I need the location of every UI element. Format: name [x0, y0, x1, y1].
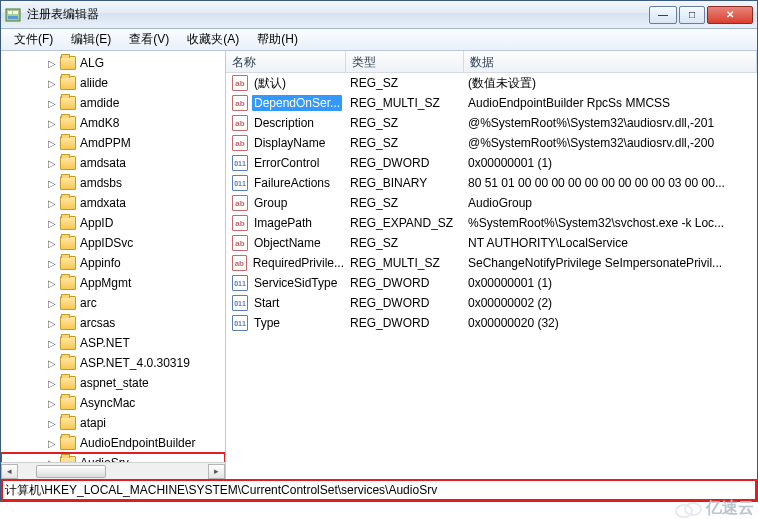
tree-item[interactable]: ▷atapi [1, 413, 225, 433]
tree-item[interactable]: ▷aspnet_state [1, 373, 225, 393]
value-name-cell[interactable]: 011ErrorControl [226, 155, 346, 171]
menu-favorites[interactable]: 收藏夹(A) [178, 29, 248, 50]
value-row[interactable]: abObjectNameREG_SZNT AUTHORITY\LocalServ… [226, 233, 757, 253]
menu-view[interactable]: 查看(V) [120, 29, 178, 50]
expand-icon[interactable]: ▷ [46, 78, 58, 89]
value-name-cell[interactable]: abImagePath [226, 215, 346, 231]
column-name-header[interactable]: 名称 [226, 51, 346, 72]
expand-icon[interactable]: ▷ [46, 238, 58, 249]
value-row[interactable]: 011TypeREG_DWORD0x00000020 (32) [226, 313, 757, 333]
value-row[interactable]: abDescriptionREG_SZ@%SystemRoot%\System3… [226, 113, 757, 133]
tree-item[interactable]: ▷Appinfo [1, 253, 225, 273]
tree-item[interactable]: ▷amdsbs [1, 173, 225, 193]
value-name-cell[interactable]: ab(默认) [226, 74, 346, 93]
value-name-cell[interactable]: abRequiredPrivile... [226, 255, 346, 271]
expand-icon[interactable]: ▷ [46, 198, 58, 209]
expand-icon[interactable]: ▷ [46, 338, 58, 349]
minimize-button[interactable]: — [649, 6, 677, 24]
value-row[interactable]: abRequiredPrivile...REG_MULTI_SZSeChange… [226, 253, 757, 273]
tree-item[interactable]: ▷amdsata [1, 153, 225, 173]
tree-horizontal-scrollbar[interactable]: ◂ ▸ [1, 462, 225, 479]
tree-item-label[interactable]: AsyncMac [80, 396, 135, 410]
tree-item[interactable]: ▷ASP.NET [1, 333, 225, 353]
tree-item-label[interactable]: ASP.NET [80, 336, 130, 350]
menu-edit[interactable]: 编辑(E) [62, 29, 120, 50]
expand-icon[interactable]: ▷ [46, 398, 58, 409]
value-name-cell[interactable]: 011Type [226, 315, 346, 331]
expand-icon[interactable]: ▷ [46, 358, 58, 369]
tree-item[interactable]: ▷ALG [1, 53, 225, 73]
value-row[interactable]: 011ServiceSidTypeREG_DWORD0x00000001 (1) [226, 273, 757, 293]
tree-item-label[interactable]: AmdK8 [80, 116, 119, 130]
tree-item-label[interactable]: AudioEndpointBuilder [80, 436, 195, 450]
value-row[interactable]: 011StartREG_DWORD0x00000002 (2) [226, 293, 757, 313]
tree-item-label[interactable]: arcsas [80, 316, 115, 330]
tree-item[interactable]: ▷AsyncMac [1, 393, 225, 413]
tree-item-label[interactable]: aspnet_state [80, 376, 149, 390]
tree-item-label[interactable]: amdsata [80, 156, 126, 170]
tree-item-label[interactable]: atapi [80, 416, 106, 430]
value-row[interactable]: abDependOnSer...REG_MULTI_SZAudioEndpoin… [226, 93, 757, 113]
value-row[interactable]: abDisplayNameREG_SZ@%SystemRoot%\System3… [226, 133, 757, 153]
tree-item-label[interactable]: ALG [80, 56, 104, 70]
value-row[interactable]: 011FailureActionsREG_BINARY80 51 01 00 0… [226, 173, 757, 193]
expand-icon[interactable]: ▷ [46, 318, 58, 329]
menu-help[interactable]: 帮助(H) [248, 29, 307, 50]
expand-icon[interactable]: ▷ [46, 438, 58, 449]
tree-item-label[interactable]: aliide [80, 76, 108, 90]
tree-item-label[interactable]: ASP.NET_4.0.30319 [80, 356, 190, 370]
expand-icon[interactable]: ▷ [46, 258, 58, 269]
tree-item[interactable]: ▷AudioEndpointBuilder [1, 433, 225, 453]
tree-item[interactable]: ▷AmdPPM [1, 133, 225, 153]
tree-item[interactable]: ▷aliide [1, 73, 225, 93]
tree-item[interactable]: ▷amdxata [1, 193, 225, 213]
tree-view[interactable]: ▷ALG▷aliide▷amdide▷AmdK8▷AmdPPM▷amdsata▷… [1, 51, 225, 462]
value-name-cell[interactable]: 011ServiceSidType [226, 275, 346, 291]
tree-item-label[interactable]: AppID [80, 216, 113, 230]
expand-icon[interactable]: ▷ [46, 298, 58, 309]
tree-item[interactable]: ▷AppIDSvc [1, 233, 225, 253]
tree-item-label[interactable]: Appinfo [80, 256, 121, 270]
scroll-thumb[interactable] [36, 465, 106, 478]
scroll-right-arrow[interactable]: ▸ [208, 464, 225, 479]
expand-icon[interactable]: ▷ [46, 98, 58, 109]
value-name-cell[interactable]: abGroup [226, 195, 346, 211]
column-type-header[interactable]: 类型 [346, 51, 464, 72]
expand-icon[interactable]: ▷ [46, 178, 58, 189]
scroll-left-arrow[interactable]: ◂ [1, 464, 18, 479]
value-name-cell[interactable]: abDescription [226, 115, 346, 131]
expand-icon[interactable]: ▷ [46, 58, 58, 69]
tree-item-label[interactable]: amdsbs [80, 176, 122, 190]
tree-item[interactable]: ▷amdide [1, 93, 225, 113]
close-button[interactable]: ✕ [707, 6, 753, 24]
value-name-cell[interactable]: 011Start [226, 295, 346, 311]
expand-icon[interactable]: ▷ [46, 138, 58, 149]
tree-item[interactable]: ▷AudioSrv [1, 453, 225, 462]
tree-item[interactable]: ▷arcsas [1, 313, 225, 333]
tree-item-label[interactable]: AppMgmt [80, 276, 131, 290]
expand-icon[interactable]: ▷ [46, 158, 58, 169]
tree-item[interactable]: ▷ASP.NET_4.0.30319 [1, 353, 225, 373]
tree-item-label[interactable]: AmdPPM [80, 136, 131, 150]
value-row[interactable]: 011ErrorControlREG_DWORD0x00000001 (1) [226, 153, 757, 173]
tree-item-label[interactable]: arc [80, 296, 97, 310]
value-name-cell[interactable]: abDisplayName [226, 135, 346, 151]
tree-item[interactable]: ▷AppID [1, 213, 225, 233]
value-row[interactable]: ab(默认)REG_SZ(数值未设置) [226, 73, 757, 93]
scroll-track[interactable] [18, 464, 208, 479]
expand-icon[interactable]: ▷ [46, 118, 58, 129]
tree-item-label[interactable]: amdxata [80, 196, 126, 210]
expand-icon[interactable]: ▷ [46, 218, 58, 229]
tree-item-label[interactable]: amdide [80, 96, 119, 110]
maximize-button[interactable]: □ [679, 6, 705, 24]
expand-icon[interactable]: ▷ [46, 378, 58, 389]
column-data-header[interactable]: 数据 [464, 51, 757, 72]
titlebar[interactable]: 注册表编辑器 — □ ✕ [1, 1, 757, 29]
tree-item-label[interactable]: AppIDSvc [80, 236, 133, 250]
menu-file[interactable]: 文件(F) [5, 29, 62, 50]
expand-icon[interactable]: ▷ [46, 278, 58, 289]
tree-item[interactable]: ▷AmdK8 [1, 113, 225, 133]
expand-icon[interactable]: ▷ [46, 418, 58, 429]
values-list[interactable]: ab(默认)REG_SZ(数值未设置)abDependOnSer...REG_M… [226, 73, 757, 479]
value-name-cell[interactable]: abObjectName [226, 235, 346, 251]
